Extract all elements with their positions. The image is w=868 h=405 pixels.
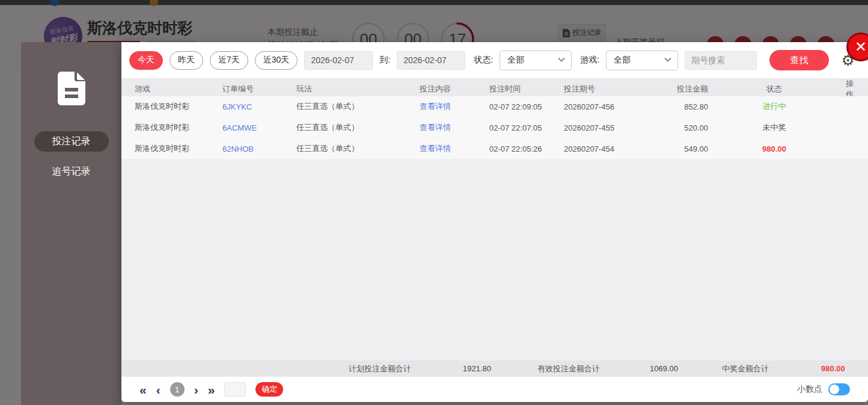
column-header: 玩法 xyxy=(296,84,420,94)
status-label: 状态: xyxy=(474,55,493,66)
table-header-row: 游戏订单编号玩法投注内容投注时间投注期号投注金额状态操作 xyxy=(121,78,868,96)
betting-records-page: 斯洛伐克 时时彩 斯洛伐克时时彩 本期投注截止 第20260207-456期 0… xyxy=(0,0,868,405)
game-cell: 斯洛伐克时时彩 xyxy=(135,122,222,133)
won-total-label: 中奖金额合计 xyxy=(722,363,769,374)
quick-range-yesterday[interactable]: 昨天 xyxy=(170,51,203,70)
won-total-value: 980.00 xyxy=(821,364,845,373)
page-confirm-button[interactable]: 确定 xyxy=(255,382,283,397)
date-to-input[interactable] xyxy=(397,51,465,70)
records-sidebar: 投注记录追号记录 xyxy=(21,42,121,405)
view-details-link[interactable]: 查看详情 xyxy=(420,143,480,154)
document-icon xyxy=(57,71,86,106)
period-search-input[interactable] xyxy=(685,51,757,70)
view-details-link[interactable]: 查看详情 xyxy=(420,122,480,133)
sidebar-item-betting-records[interactable]: 投注记录 xyxy=(34,131,109,152)
valid-total-label: 有效投注金额合计 xyxy=(537,363,600,374)
sidebar-menu: 投注记录追号记录 xyxy=(21,131,121,182)
decimal-label: 小数点 xyxy=(797,384,822,395)
bet-time-cell: 02-07 22:09:05 xyxy=(480,102,564,111)
column-header: 订单编号 xyxy=(222,84,296,94)
bet-period-cell: 20260207-455 xyxy=(564,123,636,132)
order-number-link[interactable]: 62NHOB xyxy=(222,144,296,153)
next-page-icon[interactable]: › xyxy=(194,383,198,396)
game-cell: 斯洛伐克时时彩 xyxy=(135,101,222,112)
to-label: 到: xyxy=(379,55,390,66)
date-from-input[interactable] xyxy=(304,51,373,70)
bet-time-cell: 02-07 22:05:26 xyxy=(480,144,564,153)
search-button[interactable]: 查找 xyxy=(769,50,829,70)
order-number-link[interactable]: 6ACMWE xyxy=(222,123,296,132)
bet-time-cell: 02-07 22:07:05 xyxy=(480,123,564,132)
records-table: 游戏订单编号玩法投注内容投注时间投注期号投注金额状态操作 斯洛伐克时时彩6JKY… xyxy=(121,78,868,360)
prev-page-icon[interactable]: ‹ xyxy=(156,383,160,396)
game-select[interactable]: 全部 xyxy=(606,51,678,70)
column-header: 游戏 xyxy=(135,84,222,94)
play-type-cell: 任三直选（单式） xyxy=(296,122,420,133)
summary-bar: 计划投注金额合计 1921.80 有效投注金额合计 1069.00 中奖金额合计… xyxy=(121,360,868,377)
decimal-toggle[interactable] xyxy=(828,383,850,395)
game-cell: 斯洛伐克时时彩 xyxy=(135,143,222,154)
quick-range-today[interactable]: 今天 xyxy=(129,51,163,70)
order-number-link[interactable]: 6JKYKC xyxy=(222,102,296,111)
table-row: 斯洛伐克时时彩6ACMWE任三直选（单式）查看详情02-07 22:07:052… xyxy=(121,117,868,138)
chevron-down-icon xyxy=(558,55,564,62)
filter-bar: 今天昨天近7天近30天 到: 状态: 全部 游戏: 全部 查找 ⚙ xyxy=(121,42,868,78)
status-select-value: 全部 xyxy=(507,55,524,66)
status-cell: 未中奖 xyxy=(708,122,840,133)
chevron-down-icon xyxy=(664,55,671,62)
bet-amount-cell: 549.00 xyxy=(636,144,708,153)
bet-period-cell: 20260207-454 xyxy=(564,144,636,153)
first-page-icon[interactable]: « xyxy=(139,383,147,396)
status-cell: 980.00 xyxy=(708,144,840,153)
column-header: 状态 xyxy=(708,84,840,94)
game-label: 游戏: xyxy=(580,55,599,66)
column-header: 投注期号 xyxy=(564,84,636,94)
view-details-link[interactable]: 查看详情 xyxy=(420,101,480,112)
quick-range-last30days[interactable]: 近30天 xyxy=(255,51,298,70)
page-number[interactable]: 1 xyxy=(170,382,185,397)
bet-amount-cell: 852.80 xyxy=(636,102,708,111)
planned-total-label: 计划投注金额合计 xyxy=(349,363,411,374)
pagination-bar: « ‹ 1 › » 确定 小数点 xyxy=(121,377,868,402)
bet-period-cell: 20260207-456 xyxy=(564,102,636,111)
table-body: 斯洛伐克时时彩6JKYKC任三直选（单式）查看详情02-07 22:09:052… xyxy=(121,96,868,159)
game-select-value: 全部 xyxy=(614,55,631,66)
column-header: 投注时间 xyxy=(480,84,564,94)
planned-total-value: 1921.80 xyxy=(463,364,491,373)
decimal-control: 小数点 xyxy=(797,383,850,395)
valid-total-value: 1069.00 xyxy=(650,364,678,373)
sidebar-item-chase-records[interactable]: 追号记录 xyxy=(34,161,109,182)
play-type-cell: 任三直选（单式） xyxy=(296,101,420,112)
status-cell: 进行中 xyxy=(708,101,840,112)
status-select[interactable]: 全部 xyxy=(500,51,572,70)
column-header: 投注内容 xyxy=(420,84,480,94)
quick-range-last7days[interactable]: 近7天 xyxy=(210,51,248,70)
play-type-cell: 任三直选（单式） xyxy=(296,143,420,154)
betting-records-modal: 今天昨天近7天近30天 到: 状态: 全部 游戏: 全部 查找 ⚙ 游戏订单编号… xyxy=(121,42,868,402)
table-row: 斯洛伐克时时彩62NHOB任三直选（单式）查看详情02-07 22:05:262… xyxy=(121,138,868,159)
column-header: 投注金额 xyxy=(636,84,708,94)
page-jump-input[interactable] xyxy=(224,382,246,397)
last-page-icon[interactable]: » xyxy=(208,383,215,396)
bet-amount-cell: 520.00 xyxy=(636,123,708,132)
table-row: 斯洛伐克时时彩6JKYKC任三直选（单式）查看详情02-07 22:09:052… xyxy=(121,96,868,117)
quick-range-group: 今天昨天近7天近30天 xyxy=(129,51,298,70)
